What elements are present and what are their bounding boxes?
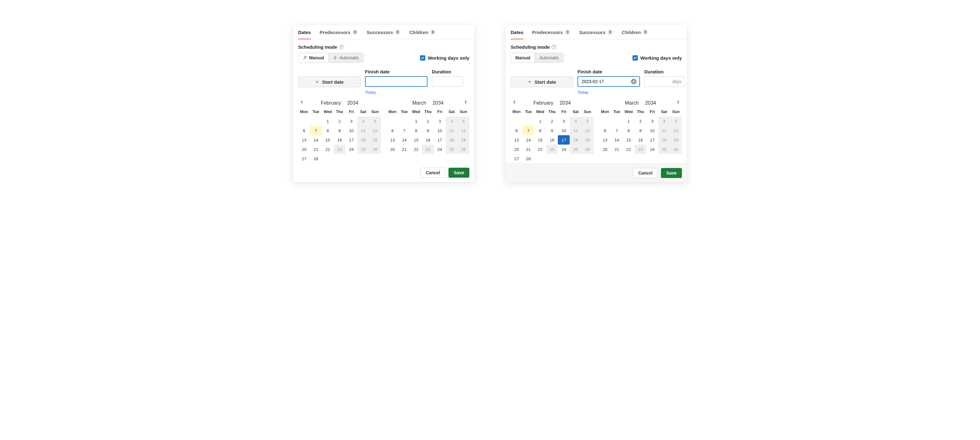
calendar-day[interactable]: 14 (611, 135, 623, 145)
calendar-day[interactable]: 21 (398, 145, 410, 154)
calendar-day[interactable]: 3 (558, 116, 570, 126)
calendar-day[interactable]: 5 (458, 116, 469, 126)
calendar-day[interactable]: 2 (635, 116, 647, 126)
calendar-day[interactable]: 13 (387, 135, 398, 145)
calendar-day[interactable]: 10 (345, 126, 357, 135)
calendar-day[interactable]: 19 (369, 135, 381, 145)
calendar-day[interactable]: 18 (357, 135, 369, 145)
calendar-day[interactable]: 4 (658, 116, 670, 126)
calendar-day[interactable]: 22 (623, 145, 635, 154)
calendar-day[interactable]: 6 (599, 126, 611, 135)
calendar-day[interactable]: 18 (445, 135, 458, 145)
save-button[interactable]: Save (449, 168, 469, 178)
start-date-button[interactable]: Start date (511, 76, 573, 87)
tab-successors[interactable]: Successors 0 (579, 25, 613, 39)
calendar-day[interactable]: 24 (434, 145, 445, 154)
calendar-day[interactable]: 9 (546, 126, 558, 135)
scheduling-automatic[interactable]: Automatic (328, 53, 363, 62)
calendar-day[interactable]: 4 (445, 116, 458, 126)
calendar-day[interactable]: 16 (334, 135, 345, 145)
calendar-day[interactable]: 22 (322, 145, 334, 154)
calendar-day[interactable]: 16 (422, 135, 434, 145)
calendar-day[interactable]: 7 (522, 126, 535, 135)
calendar-day[interactable]: 15 (410, 135, 422, 145)
start-date-button[interactable]: Start date (298, 76, 361, 87)
calendar-day[interactable]: 23 (635, 145, 647, 154)
calendar-day[interactable]: 27 (511, 154, 522, 163)
today-link[interactable]: Today (578, 90, 640, 95)
tab-children[interactable]: Children 0 (622, 25, 648, 39)
scheduling-automatic[interactable]: Automatic (535, 53, 563, 62)
calendar-day[interactable]: 26 (582, 145, 593, 154)
calendar-day[interactable]: 25 (658, 145, 670, 154)
tab-predecessors[interactable]: Predecessors 0 (532, 25, 570, 39)
calendar-day[interactable]: 19 (582, 135, 593, 145)
help-icon[interactable]: ? (552, 44, 556, 49)
calendar-day[interactable]: 11 (570, 126, 582, 135)
duration-field[interactable] (648, 79, 682, 84)
calendar-day[interactable]: 7 (398, 126, 410, 135)
calendar-day[interactable]: 14 (398, 135, 410, 145)
scheduling-manual[interactable]: Manual (298, 53, 328, 62)
working-days-only-checkbox[interactable]: Working days only (633, 55, 682, 60)
calendar-day[interactable]: 20 (387, 145, 398, 154)
scheduling-manual[interactable]: Manual (511, 53, 535, 62)
calendar-day[interactable]: 2 (546, 116, 558, 126)
calendar-day[interactable]: 24 (646, 145, 658, 154)
calendar-day[interactable]: 27 (298, 154, 310, 163)
calendar-day[interactable]: 16 (546, 135, 558, 145)
calendar-day[interactable]: 25 (445, 145, 458, 154)
calendar-day[interactable]: 23 (334, 145, 345, 154)
calendar-day[interactable]: 22 (535, 145, 546, 154)
calendar-day[interactable]: 17 (345, 135, 357, 145)
calendar-day[interactable]: 18 (658, 135, 670, 145)
calendar-day[interactable]: 8 (623, 126, 635, 135)
today-link[interactable]: Today (365, 90, 428, 95)
calendar-day[interactable]: 5 (582, 116, 593, 126)
duration-input[interactable]: days (644, 76, 685, 87)
calendar-day[interactable]: 26 (670, 145, 682, 154)
calendar-day[interactable]: 8 (322, 126, 334, 135)
calendar-day[interactable]: 1 (410, 116, 422, 126)
calendar-day[interactable]: 9 (635, 126, 647, 135)
calendar-day[interactable]: 13 (511, 135, 522, 145)
calendar-day[interactable]: 9 (422, 126, 434, 135)
duration-input[interactable] (432, 76, 463, 87)
calendar-day[interactable]: 10 (434, 126, 445, 135)
calendar-day[interactable]: 5 (670, 116, 682, 126)
calendar-day[interactable]: 6 (298, 126, 310, 135)
calendar-day[interactable]: 14 (310, 135, 322, 145)
calendar-day[interactable]: 11 (357, 126, 369, 135)
calendar-day[interactable]: 21 (611, 145, 623, 154)
working-days-only-checkbox[interactable]: Working days only (420, 55, 469, 60)
calendar-day[interactable]: 2 (334, 116, 345, 126)
calendar-day[interactable]: 25 (357, 145, 369, 154)
help-icon[interactable]: ? (339, 44, 344, 49)
calendar-day[interactable]: 21 (522, 145, 535, 154)
calendar-day[interactable]: 12 (458, 126, 469, 135)
calendar-day[interactable]: 11 (658, 126, 670, 135)
calendar-day[interactable]: 19 (670, 135, 682, 145)
calendar-day[interactable]: 22 (410, 145, 422, 154)
calendar-day[interactable]: 17 (434, 135, 445, 145)
calendar-day[interactable]: 3 (345, 116, 357, 126)
calendar-day[interactable]: 12 (369, 126, 381, 135)
calendar-day[interactable]: 5 (369, 116, 381, 126)
calendar-day[interactable]: 12 (582, 126, 593, 135)
calendar-day[interactable]: 18 (570, 135, 582, 145)
tab-successors[interactable]: Successors 0 (367, 25, 400, 39)
calendar-day[interactable]: 6 (387, 126, 398, 135)
calendar-day[interactable]: 25 (570, 145, 582, 154)
calendar-day[interactable]: 2 (422, 116, 434, 126)
calendar-day[interactable]: 20 (298, 145, 310, 154)
calendar-day[interactable]: 20 (511, 145, 522, 154)
calendar-day[interactable]: 23 (546, 145, 558, 154)
calendar-day[interactable]: 19 (458, 135, 469, 145)
calendar-day[interactable]: 28 (310, 154, 322, 163)
calendar-day[interactable]: 15 (623, 135, 635, 145)
calendar-day[interactable]: 1 (535, 116, 546, 126)
finish-date-field[interactable] (368, 79, 424, 84)
finish-date-input[interactable] (578, 76, 640, 87)
calendar-day[interactable]: 3 (434, 116, 445, 126)
calendar-day[interactable]: 3 (646, 116, 658, 126)
